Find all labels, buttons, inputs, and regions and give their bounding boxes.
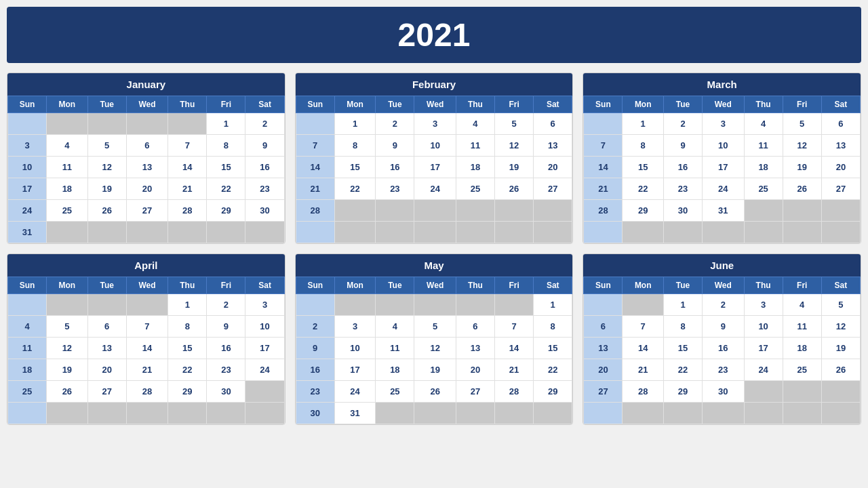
calendar-day[interactable]: 30 bbox=[207, 381, 245, 403]
calendar-day[interactable]: 24 bbox=[703, 178, 744, 200]
calendar-day[interactable]: 26 bbox=[47, 381, 88, 403]
calendar-day[interactable]: 4 bbox=[456, 113, 494, 135]
calendar-day[interactable]: 30 bbox=[245, 200, 284, 222]
calendar-day[interactable]: 18 bbox=[376, 359, 414, 381]
calendar-day[interactable]: 18 bbox=[47, 178, 88, 200]
calendar-day[interactable]: 21 bbox=[623, 359, 664, 381]
calendar-day[interactable]: 15 bbox=[168, 338, 207, 359]
calendar-day[interactable]: 14 bbox=[296, 157, 334, 178]
calendar-day[interactable]: 12 bbox=[783, 135, 821, 157]
calendar-day[interactable]: 9 bbox=[296, 338, 334, 359]
calendar-day[interactable]: 6 bbox=[584, 316, 623, 338]
calendar-day[interactable]: 13 bbox=[87, 338, 126, 359]
calendar-day[interactable]: 26 bbox=[495, 178, 534, 200]
calendar-day[interactable]: 10 bbox=[414, 135, 456, 157]
calendar-day[interactable]: 25 bbox=[376, 381, 414, 403]
calendar-day[interactable]: 11 bbox=[376, 338, 414, 359]
calendar-day[interactable]: 16 bbox=[703, 338, 744, 359]
calendar-day[interactable]: 14 bbox=[168, 157, 207, 178]
calendar-day[interactable]: 26 bbox=[821, 359, 860, 381]
calendar-day[interactable]: 10 bbox=[245, 316, 284, 338]
calendar-day[interactable]: 22 bbox=[623, 178, 664, 200]
calendar-day[interactable]: 12 bbox=[495, 135, 534, 157]
calendar-day[interactable]: 29 bbox=[663, 381, 702, 403]
calendar-day[interactable]: 7 bbox=[168, 135, 207, 157]
calendar-day[interactable]: 21 bbox=[168, 178, 207, 200]
calendar-day[interactable]: 1 bbox=[623, 113, 664, 135]
calendar-day[interactable]: 7 bbox=[623, 316, 664, 338]
calendar-day[interactable]: 8 bbox=[334, 135, 376, 157]
calendar-day[interactable]: 13 bbox=[821, 135, 860, 157]
calendar-day[interactable]: 9 bbox=[663, 135, 702, 157]
calendar-day[interactable]: 31 bbox=[703, 200, 744, 222]
calendar-day[interactable]: 24 bbox=[245, 359, 284, 381]
calendar-day[interactable]: 17 bbox=[744, 338, 783, 359]
calendar-day[interactable]: 3 bbox=[414, 113, 456, 135]
calendar-day[interactable]: 17 bbox=[703, 157, 744, 178]
calendar-day[interactable]: 10 bbox=[8, 157, 47, 178]
calendar-day[interactable]: 8 bbox=[168, 316, 207, 338]
calendar-day[interactable]: 21 bbox=[584, 178, 623, 200]
calendar-day[interactable]: 29 bbox=[207, 200, 245, 222]
calendar-day[interactable]: 11 bbox=[8, 338, 47, 359]
calendar-day[interactable]: 8 bbox=[534, 316, 572, 338]
calendar-day[interactable]: 10 bbox=[744, 316, 783, 338]
calendar-day[interactable]: 2 bbox=[703, 294, 744, 316]
calendar-day[interactable]: 8 bbox=[623, 135, 664, 157]
calendar-day[interactable]: 27 bbox=[821, 178, 860, 200]
calendar-day[interactable]: 31 bbox=[334, 403, 376, 424]
calendar-day[interactable]: 6 bbox=[821, 113, 860, 135]
calendar-day[interactable]: 19 bbox=[783, 157, 821, 178]
calendar-day[interactable]: 29 bbox=[534, 381, 572, 403]
calendar-day[interactable]: 11 bbox=[47, 157, 88, 178]
calendar-day[interactable]: 2 bbox=[207, 294, 245, 316]
calendar-day[interactable]: 17 bbox=[8, 178, 47, 200]
calendar-day[interactable]: 6 bbox=[126, 135, 167, 157]
calendar-day[interactable]: 3 bbox=[744, 294, 783, 316]
calendar-day[interactable]: 20 bbox=[87, 359, 126, 381]
calendar-day[interactable]: 26 bbox=[87, 200, 126, 222]
calendar-day[interactable]: 4 bbox=[47, 135, 88, 157]
calendar-day[interactable]: 25 bbox=[744, 178, 783, 200]
calendar-day[interactable]: 29 bbox=[168, 381, 207, 403]
calendar-day[interactable]: 30 bbox=[703, 381, 744, 403]
calendar-day[interactable]: 12 bbox=[821, 316, 860, 338]
calendar-day[interactable]: 7 bbox=[296, 135, 334, 157]
calendar-day[interactable]: 11 bbox=[783, 316, 821, 338]
calendar-day[interactable]: 16 bbox=[663, 157, 702, 178]
calendar-day[interactable]: 20 bbox=[584, 359, 623, 381]
calendar-day[interactable]: 19 bbox=[495, 157, 534, 178]
calendar-day[interactable]: 1 bbox=[534, 294, 572, 316]
calendar-day[interactable]: 22 bbox=[663, 359, 702, 381]
calendar-day[interactable]: 5 bbox=[87, 135, 126, 157]
calendar-day[interactable]: 1 bbox=[207, 113, 245, 135]
calendar-day[interactable]: 18 bbox=[783, 338, 821, 359]
calendar-day[interactable]: 14 bbox=[126, 338, 167, 359]
calendar-day[interactable]: 19 bbox=[87, 178, 126, 200]
calendar-day[interactable]: 3 bbox=[8, 135, 47, 157]
calendar-day[interactable]: 21 bbox=[126, 359, 167, 381]
calendar-day[interactable]: 2 bbox=[296, 316, 334, 338]
calendar-day[interactable]: 11 bbox=[744, 135, 783, 157]
calendar-day[interactable]: 23 bbox=[207, 359, 245, 381]
calendar-day[interactable]: 4 bbox=[8, 316, 47, 338]
calendar-day[interactable]: 25 bbox=[8, 381, 47, 403]
calendar-day[interactable]: 17 bbox=[334, 359, 376, 381]
calendar-day[interactable]: 7 bbox=[584, 135, 623, 157]
calendar-day[interactable]: 9 bbox=[245, 135, 284, 157]
calendar-day[interactable]: 5 bbox=[783, 113, 821, 135]
calendar-day[interactable]: 6 bbox=[534, 113, 572, 135]
calendar-day[interactable]: 23 bbox=[296, 381, 334, 403]
calendar-day[interactable]: 9 bbox=[207, 316, 245, 338]
calendar-day[interactable]: 15 bbox=[334, 157, 376, 178]
calendar-day[interactable]: 1 bbox=[168, 294, 207, 316]
calendar-day[interactable]: 11 bbox=[456, 135, 494, 157]
calendar-day[interactable]: 10 bbox=[334, 338, 376, 359]
calendar-day[interactable]: 25 bbox=[783, 359, 821, 381]
calendar-day[interactable]: 27 bbox=[534, 178, 572, 200]
calendar-day[interactable]: 5 bbox=[414, 316, 456, 338]
calendar-day[interactable]: 6 bbox=[87, 316, 126, 338]
calendar-day[interactable]: 24 bbox=[744, 359, 783, 381]
calendar-day[interactable]: 3 bbox=[703, 113, 744, 135]
calendar-day[interactable]: 30 bbox=[296, 403, 334, 424]
